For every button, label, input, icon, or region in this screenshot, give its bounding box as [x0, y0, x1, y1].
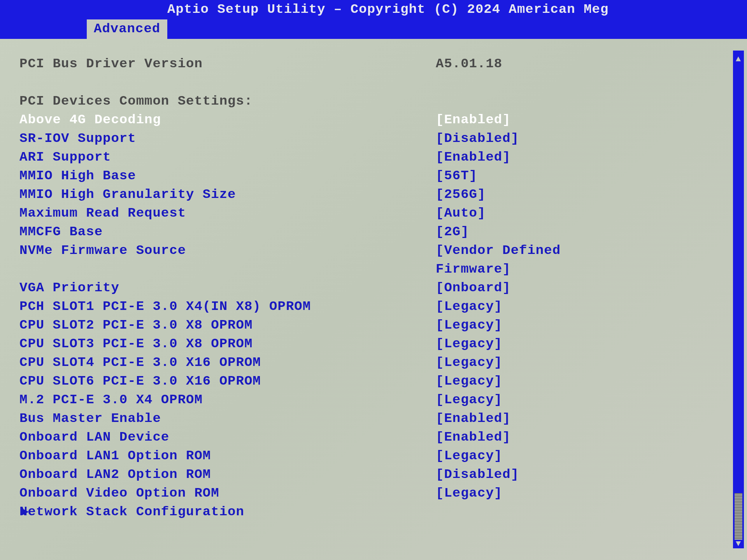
setting-label: Above 4G Decoding — [19, 110, 436, 129]
setting-label: MMIO High Base — [19, 166, 436, 185]
setting-above-4g-decoding[interactable]: Above 4G Decoding [Enabled] — [19, 110, 725, 129]
submenu-marker-icon: ▶ — [22, 502, 29, 521]
setting-label: ARI Support — [19, 148, 436, 166]
setting-value: [Legacy] — [436, 372, 611, 390]
info-row-pci-bus-driver: PCI Bus Driver Version A5.01.18 — [19, 54, 725, 73]
header-title: Aptio Setup Utility – Copyright (C) 2024… — [167, 2, 608, 17]
setting-label: CPU SLOT6 PCI-E 3.0 X16 OPROM — [19, 372, 436, 390]
setting-onboard-lan1-option-rom[interactable]: Onboard LAN1 Option ROM [Legacy] — [19, 446, 725, 465]
section-header-text: PCI Devices Common Settings: — [19, 92, 436, 110]
scroll-down-icon[interactable]: ▼ — [736, 540, 741, 548]
setting-cpu-slot2-oprom[interactable]: CPU SLOT2 PCI-E 3.0 X8 OPROM [Legacy] — [19, 316, 725, 334]
setting-label: CPU SLOT2 PCI-E 3.0 X8 OPROM — [19, 316, 436, 334]
info-value: A5.01.18 — [436, 54, 611, 73]
setting-vga-priority[interactable]: VGA Priority [Onboard] — [19, 278, 725, 297]
setting-label: VGA Priority — [19, 278, 436, 297]
setting-onboard-lan-device[interactable]: Onboard LAN Device [Enabled] — [19, 428, 725, 446]
setting-label: Bus Master Enable — [19, 409, 436, 428]
setting-label: NVMe Firmware Source — [19, 241, 436, 278]
setting-value: [Legacy] — [436, 446, 611, 465]
setting-bus-master-enable[interactable]: Bus Master Enable [Enabled] — [19, 409, 725, 428]
setting-label: Onboard Video Option ROM — [19, 484, 436, 502]
bios-screen: Aptio Setup Utility – Copyright (C) 2024… — [0, 0, 747, 560]
setting-value: [Enabled] — [436, 409, 611, 428]
setting-value: [256G] — [436, 185, 611, 204]
setting-label: Onboard LAN Device — [19, 428, 436, 446]
content-pane: PCI Bus Driver Version A5.01.18 PCI Devi… — [0, 39, 733, 560]
setting-ari-support[interactable]: ARI Support [Enabled] — [19, 148, 725, 166]
submenu-label: Network Stack Configuration — [19, 502, 436, 521]
setting-m2-oprom[interactable]: M.2 PCI-E 3.0 X4 OPROM [Legacy] — [19, 390, 725, 409]
setting-value: [Disabled] — [436, 465, 611, 484]
tab-advanced-label: Advanced — [94, 21, 160, 36]
setting-value: [56T] — [436, 166, 611, 185]
info-label: PCI Bus Driver Version — [19, 54, 436, 73]
tab-row: Advanced — [0, 19, 747, 39]
setting-onboard-video-option-rom[interactable]: Onboard Video Option ROM [Legacy] — [19, 484, 725, 502]
setting-value: [Legacy] — [436, 334, 611, 353]
setting-label: CPU SLOT3 PCI-E 3.0 X8 OPROM — [19, 334, 436, 353]
setting-maximum-read-request[interactable]: Maximum Read Request [Auto] — [19, 204, 725, 222]
setting-value: [Legacy] — [436, 316, 611, 334]
setting-nvme-firmware-source[interactable]: NVMe Firmware Source [Vendor Defined Fir… — [19, 241, 725, 278]
setting-value: [Legacy] — [436, 484, 611, 502]
setting-cpu-slot6-oprom[interactable]: CPU SLOT6 PCI-E 3.0 X16 OPROM [Legacy] — [19, 372, 725, 390]
setting-label: MMCFG Base — [19, 222, 436, 241]
setting-pch-slot1-oprom[interactable]: PCH SLOT1 PCI-E 3.0 X4(IN X8) OPROM [Leg… — [19, 297, 725, 316]
setting-label: SR-IOV Support — [19, 129, 436, 148]
setting-value: [Enabled] — [436, 110, 611, 129]
scroll-track[interactable] — [733, 64, 744, 540]
setting-value: [Onboard] — [436, 278, 611, 297]
setting-label: Maximum Read Request — [19, 204, 436, 222]
setting-value: [Legacy] — [436, 390, 611, 409]
scrollbar[interactable]: ▲ ▼ — [733, 51, 744, 548]
setting-value: [Legacy] — [436, 353, 611, 372]
scroll-up-icon[interactable]: ▲ — [736, 55, 741, 64]
setting-value: [Vendor Defined Firmware] — [436, 241, 611, 278]
setting-mmcfg-base[interactable]: MMCFG Base [2G] — [19, 222, 725, 241]
setting-value: [2G] — [436, 222, 611, 241]
setting-cpu-slot4-oprom[interactable]: CPU SLOT4 PCI-E 3.0 X16 OPROM [Legacy] — [19, 353, 725, 372]
setting-mmio-high-granularity-size[interactable]: MMIO High Granularity Size [256G] — [19, 185, 725, 204]
setting-label: Onboard LAN1 Option ROM — [19, 446, 436, 465]
setting-value: [Legacy] — [436, 297, 611, 316]
setting-cpu-slot3-oprom[interactable]: CPU SLOT3 PCI-E 3.0 X8 OPROM [Legacy] — [19, 334, 725, 353]
content-wrap: PCI Bus Driver Version A5.01.18 PCI Devi… — [0, 39, 747, 560]
setting-label: M.2 PCI-E 3.0 X4 OPROM — [19, 390, 436, 409]
setting-value: [Enabled] — [436, 428, 611, 446]
tab-advanced[interactable]: Advanced — [86, 18, 168, 39]
blank-row — [19, 73, 725, 92]
setting-label: Onboard LAN2 Option ROM — [19, 465, 436, 484]
setting-mmio-high-base[interactable]: MMIO High Base [56T] — [19, 166, 725, 185]
section-header: PCI Devices Common Settings: — [19, 92, 725, 110]
setting-value: [Disabled] — [436, 129, 611, 148]
setting-label: CPU SLOT4 PCI-E 3.0 X16 OPROM — [19, 353, 436, 372]
setting-label: MMIO High Granularity Size — [19, 185, 436, 204]
setting-label: PCH SLOT1 PCI-E 3.0 X4(IN X8) OPROM — [19, 297, 436, 316]
setting-onboard-lan2-option-rom[interactable]: Onboard LAN2 Option ROM [Disabled] — [19, 465, 725, 484]
submenu-network-stack[interactable]: ▶ Network Stack Configuration — [19, 502, 725, 521]
setting-sr-iov-support[interactable]: SR-IOV Support [Disabled] — [19, 129, 725, 148]
setting-value: [Enabled] — [436, 148, 611, 166]
header-bar: Aptio Setup Utility – Copyright (C) 2024… — [0, 0, 747, 19]
setting-value: [Auto] — [436, 204, 611, 222]
